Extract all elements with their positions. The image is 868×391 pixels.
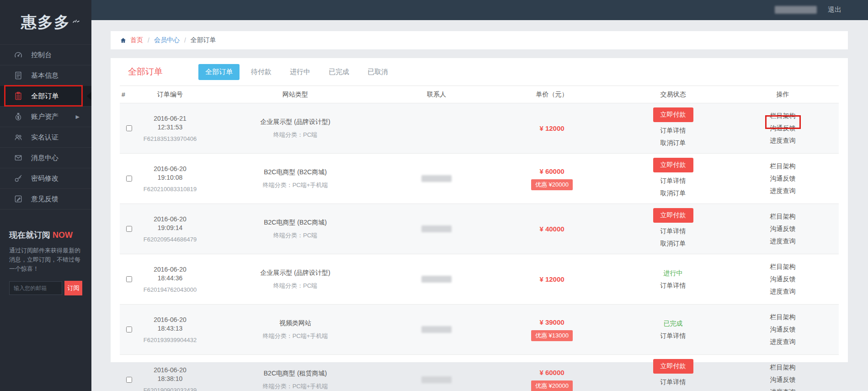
status-link[interactable]: 订单详情 (660, 225, 686, 237)
breadcrumb-current: 全部订单 (191, 36, 216, 44)
action-link[interactable]: 沟通反馈 (770, 273, 796, 285)
action-link[interactable]: 栏目架构 (770, 210, 796, 223)
price: ¥ 60000 (539, 369, 564, 376)
tab-all[interactable]: 全部订单 (198, 64, 240, 80)
action-link[interactable]: 栏目架构 (770, 261, 796, 273)
status-link[interactable]: 取消订单 (660, 237, 686, 250)
action-link[interactable]: 栏目架构 (770, 311, 796, 323)
logout-link[interactable]: 退出 (828, 5, 841, 14)
tab-ongoing[interactable]: 进行中 (283, 64, 317, 80)
site-type: B2C电商型 (B2C商城) (264, 219, 327, 227)
subscribe-button[interactable]: 订阅 (64, 281, 82, 295)
sidebar-item-password[interactable]: 密码修改 (0, 168, 91, 188)
sidebar-item-console[interactable]: 控制台 (0, 44, 91, 65)
sidebar-item-feedback[interactable]: 意见反馈 (0, 188, 91, 209)
row-checkbox[interactable] (126, 176, 132, 182)
action-link[interactable]: 沟通反馈 (770, 223, 796, 235)
tab-unpaid[interactable]: 待付款 (244, 64, 278, 80)
sidebar-item-label: 实名认证 (31, 133, 59, 142)
order-number: F620194762043000 (144, 286, 197, 293)
action-link[interactable]: 进度查询 (770, 285, 796, 298)
users-icon (14, 133, 23, 142)
home-icon (120, 37, 127, 44)
contact-redacted (421, 276, 452, 283)
pay-now-button[interactable]: 立即付款 (653, 158, 693, 172)
sidebar-item-label: 账户资产 (31, 112, 59, 121)
contact-redacted (421, 326, 452, 333)
action-link[interactable]: 进度查询 (770, 336, 796, 348)
sidebar-item-label: 全部订单 (31, 92, 59, 101)
price: ¥ 39000 (539, 318, 564, 326)
action-link[interactable]: 沟通反馈 (770, 122, 796, 134)
action-link[interactable]: 进度查询 (770, 386, 796, 391)
site-type: B2C电商型 (B2C商城) (264, 168, 327, 177)
subscribe-description: 通过订阅邮件来获得最新的消息，立即订阅，不错过每一个惊喜！ (9, 246, 82, 273)
sidebar-item-label: 消息中心 (31, 154, 59, 162)
topbar: 退出 (91, 0, 868, 20)
page-title: 全部订单 (128, 66, 163, 78)
status-link[interactable]: 订单详情 (660, 175, 686, 187)
status-link[interactable]: 订单详情 (660, 376, 686, 388)
subscribe-title: 现在就订阅 NOW (9, 230, 82, 241)
action-link[interactable]: 栏目架构 (770, 361, 796, 374)
tab-cancelled[interactable]: 已取消 (361, 64, 395, 80)
order-number: F620209544686479 (144, 236, 197, 243)
document-icon (14, 71, 23, 80)
sidebar-item-assets[interactable]: 账户资产 ▶ (0, 106, 91, 127)
action-link[interactable]: 栏目架构 (770, 160, 796, 172)
price: ¥ 12000 (539, 124, 564, 132)
sidebar-item-basic-info[interactable]: 基本信息 (0, 65, 91, 86)
contact-redacted (421, 175, 452, 182)
order-date: 2016-06-21 (154, 114, 186, 123)
action-links: 栏目架构沟通反馈进度查询 (770, 210, 796, 247)
table-header-row: #订单编号网站类型联系人单价（元）交易状态操作 (120, 86, 839, 103)
column-header: 交易状态 (619, 91, 727, 99)
row-checkbox[interactable] (126, 377, 132, 383)
discount-badge: 优惠 ¥13000 (531, 330, 573, 341)
sidebar-item-verify[interactable]: 实名认证 (0, 127, 91, 147)
tab-done[interactable]: 已完成 (322, 64, 356, 80)
site-type: 视频类网站 (279, 319, 311, 327)
price: ¥ 60000 (539, 167, 564, 175)
status-link[interactable]: 取消订单 (660, 388, 686, 391)
order-time: 19:10:08 (158, 173, 183, 182)
status-link[interactable]: 订单详情 (660, 330, 686, 342)
breadcrumb-home[interactable]: 首页 (130, 36, 143, 44)
status-link[interactable]: 订单详情 (660, 124, 686, 137)
status-link[interactable]: 订单详情 (660, 279, 686, 292)
mail-icon (14, 153, 23, 162)
action-links: 栏目架构沟通反馈进度查询 (770, 160, 796, 197)
action-link[interactable]: 进度查询 (770, 134, 796, 147)
status-link[interactable]: 取消订单 (660, 187, 686, 199)
sidebar-item-all-orders[interactable]: 全部订单 (0, 86, 91, 106)
order-number: F620210083310819 (144, 186, 197, 193)
sidebar-menu: 控制台 基本信息 全部订单 账户资产 ▶ (0, 44, 91, 209)
row-checkbox[interactable] (126, 125, 132, 131)
orders-panel: 全部订单 全部订单待付款进行中已完成已取消 #订单编号网站类型联系人单价（元）交… (111, 58, 848, 362)
pay-now-button[interactable]: 立即付款 (653, 208, 693, 223)
action-link[interactable]: 沟通反馈 (770, 323, 796, 336)
row-checkbox[interactable] (126, 327, 132, 332)
action-link[interactable]: 栏目架构 (770, 110, 796, 122)
action-links: 栏目架构沟通反馈进度查询 (770, 361, 796, 391)
breadcrumb: 首页 / 会员中心 / 全部订单 (111, 31, 848, 49)
action-link[interactable]: 进度查询 (770, 185, 796, 197)
breadcrumb-separator: / (148, 37, 149, 44)
row-checkbox[interactable] (126, 226, 132, 232)
status-link[interactable]: 取消订单 (660, 137, 686, 149)
sidebar-item-messages[interactable]: 消息中心 (0, 147, 91, 168)
action-link[interactable]: 进度查询 (770, 235, 796, 247)
pay-now-button[interactable]: 立即付款 (653, 359, 693, 374)
action-link[interactable]: 沟通反馈 (770, 172, 796, 185)
order-tabs: 全部订单待付款进行中已完成已取消 (198, 64, 399, 80)
edit-icon (14, 194, 23, 204)
email-input[interactable] (9, 281, 62, 295)
spark-icon (72, 9, 80, 27)
action-links: 栏目架构沟通反馈进度查询 (770, 311, 796, 348)
breadcrumb-member-center[interactable]: 会员中心 (154, 36, 180, 44)
status-links: 订单详情取消订单 (660, 376, 686, 391)
action-link[interactable]: 沟通反馈 (770, 374, 796, 386)
pay-now-button[interactable]: 立即付款 (653, 107, 693, 122)
column-header: 订单编号 (138, 91, 202, 99)
row-checkbox[interactable] (126, 276, 132, 282)
